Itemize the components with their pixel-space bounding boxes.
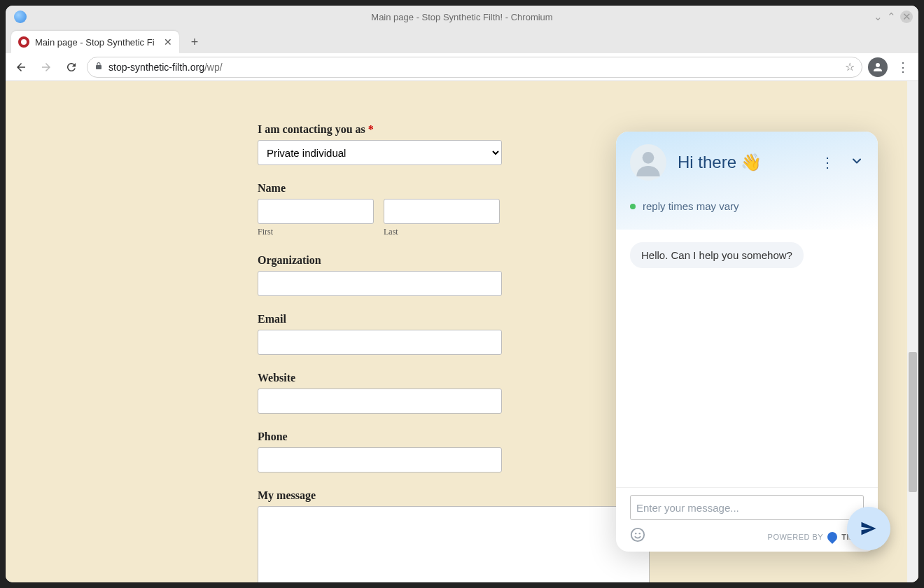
tab-close-icon[interactable]: ✕ [164,36,172,48]
window-maximize-icon[interactable]: ⌃ [887,10,896,23]
status-dot-icon [630,204,636,209]
phone-input[interactable] [258,447,502,472]
contacting-as-label: I am contacting you as * [258,123,650,136]
svg-point-3 [639,533,640,534]
vertical-scrollbar[interactable] [907,81,918,582]
tab-favicon-icon [18,36,29,48]
scrollbar-thumb[interactable] [909,352,917,492]
url-host: stop-synthetic-filth.org [108,62,204,73]
chat-widget: Hi there 👋 ⋮ reply times may vary [616,132,878,552]
svg-point-2 [635,533,636,534]
svg-point-1 [631,528,644,541]
browser-tab[interactable]: Main page - Stop Synthetic Fi ✕ [11,31,179,53]
first-sublabel: First [258,227,374,237]
chat-header: Hi there 👋 ⋮ reply times may vary [616,132,878,230]
emoji-picker-icon[interactable] [630,527,645,546]
window-minimize-icon[interactable]: ⌄ [874,10,883,23]
person-icon [872,61,884,74]
send-icon [859,519,878,538]
chat-input[interactable] [630,495,864,520]
arrow-left-icon [15,61,27,74]
website-label: Website [258,372,650,384]
profile-avatar[interactable] [868,57,888,77]
tabstrip: Main page - Stop Synthetic Fi ✕ + [6,28,918,53]
website-input[interactable] [258,388,502,414]
lock-icon [94,61,103,73]
browser-toolbar: stop-synthetic-filth.org/wp/ ☆ ⋮ [6,53,918,81]
phone-label: Phone [258,430,650,443]
email-input[interactable] [258,330,502,355]
contacting-as-select[interactable]: Private individual [258,140,502,165]
organization-label: Organization [258,254,650,267]
forward-button[interactable] [36,57,56,77]
message-label: My message [258,489,650,502]
first-name-input[interactable] [258,199,374,224]
message-textarea[interactable] [258,506,650,582]
svg-point-0 [643,152,654,164]
reload-button[interactable] [62,57,81,77]
wave-emoji-icon: 👋 [741,153,762,172]
window-titlebar: Main page - Stop Synthetic Filth! - Chro… [6,6,918,28]
new-tab-button[interactable]: + [185,32,204,52]
email-label: Email [258,313,650,326]
window-title: Main page - Stop Synthetic Filth! - Chro… [371,12,552,22]
chat-send-button[interactable] [847,507,890,550]
back-button[interactable] [11,57,31,77]
reload-icon [65,61,78,74]
chat-options-icon[interactable]: ⋮ [820,154,834,171]
arrow-right-icon [40,61,52,74]
chat-footer: POWERED BY TIDIO [616,487,878,552]
chat-collapse-icon[interactable] [850,154,864,171]
chat-title: Hi there 👋 [678,153,809,172]
last-sublabel: Last [384,227,500,237]
chat-body: Hello. Can I help you somehow? [616,230,878,487]
omnibox[interactable]: stop-synthetic-filth.org/wp/ ☆ [87,57,862,78]
name-label: Name [258,182,650,195]
chat-avatar-icon [630,144,666,181]
page-content: I am contacting you as * Private individ… [6,81,918,582]
chromium-app-icon [14,10,27,23]
contact-form: I am contacting you as * Private individ… [258,123,650,582]
browser-menu-button[interactable]: ⋮ [893,59,913,75]
chat-message-bubble: Hello. Can I help you somehow? [630,242,804,268]
tidio-logo-icon [825,530,839,544]
required-asterisk: * [368,123,374,135]
last-name-input[interactable] [384,199,500,224]
organization-input[interactable] [258,271,502,296]
window-close-icon[interactable]: ✕ [900,10,913,23]
tab-title: Main page - Stop Synthetic Fi [35,37,158,48]
chat-status-text: reply times may vary [643,200,739,212]
url-path: /wp/ [204,62,223,73]
bookmark-star-icon[interactable]: ☆ [845,60,855,74]
